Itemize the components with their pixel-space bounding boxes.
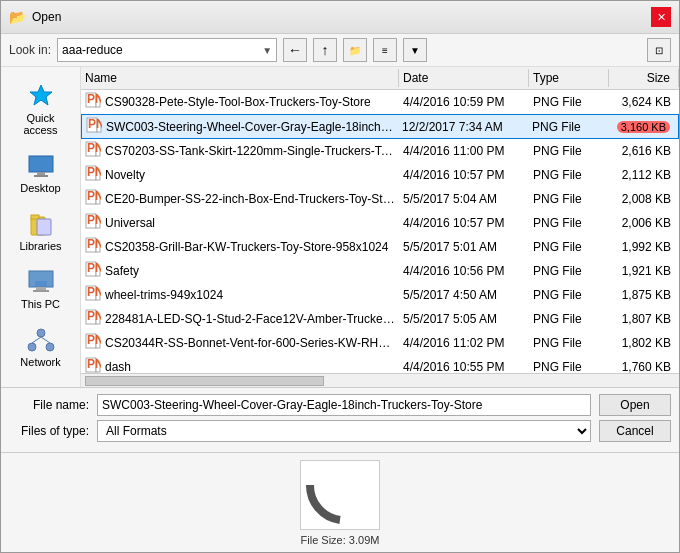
look-in-dropdown[interactable]: aaa-reduce ▼	[57, 38, 277, 62]
table-row[interactable]: PNG wheel-trims-949x10245/5/2017 4:50 AM…	[81, 283, 679, 307]
file-cell-date: 4/4/2016 10:55 PM	[399, 359, 529, 374]
col-name-header[interactable]: Name	[81, 69, 399, 87]
file-cell-date: 5/5/2017 5:04 AM	[399, 191, 529, 207]
sidebar-network-label: Network	[20, 356, 60, 368]
col-date-header[interactable]: Date	[399, 69, 529, 87]
file-cell-size: 2,112 KB	[609, 167, 679, 183]
new-folder-button[interactable]: 📁	[343, 38, 367, 62]
sidebar-pc-label: This PC	[21, 298, 60, 310]
file-cell-name: PNG dash	[81, 356, 399, 373]
dialog-title: Open	[32, 10, 61, 24]
file-cell-date: 4/4/2016 10:56 PM	[399, 263, 529, 279]
file-cell-size: 1,807 KB	[609, 311, 679, 327]
preview-image	[300, 460, 380, 530]
sidebar-item-quick-access[interactable]: Quick access	[6, 75, 76, 141]
look-in-label: Look in:	[9, 43, 51, 57]
up-button[interactable]: ↑	[313, 38, 337, 62]
file-cell-date: 4/4/2016 10:59 PM	[399, 94, 529, 110]
views-dropdown-button[interactable]: ▼	[403, 38, 427, 62]
back-button[interactable]: ←	[283, 38, 307, 62]
table-row[interactable]: PNG Universal4/4/2016 10:57 PMPNG File2,…	[81, 211, 679, 235]
file-cell-size: 1,802 KB	[609, 335, 679, 351]
file-cell-type: PNG File	[529, 287, 609, 303]
col-size-header[interactable]: Size	[609, 69, 679, 87]
table-row[interactable]: PNG dash4/4/2016 10:55 PMPNG File1,760 K…	[81, 355, 679, 373]
sidebar-desktop-label: Desktop	[20, 182, 60, 194]
png-file-icon: PNG	[85, 261, 101, 280]
sidebar-libraries-label: Libraries	[19, 240, 61, 252]
file-list[interactable]: PNG CS90328-Pete-Style-Tool-Box-Truckers…	[81, 90, 679, 373]
file-name-row: File name: Open	[9, 394, 671, 416]
svg-text:PNG: PNG	[88, 117, 102, 131]
file-cell-type: PNG File	[529, 167, 609, 183]
file-cell-name: PNG Novelty	[81, 164, 399, 185]
table-row[interactable]: PNG Safety4/4/2016 10:56 PMPNG File1,921…	[81, 259, 679, 283]
file-cell-name: PNG CE20-Bumper-SS-22-inch-Box-End-Truck…	[81, 188, 399, 209]
files-of-type-row: Files of type: All Formats Cancel	[9, 420, 671, 442]
table-row[interactable]: PNG Novelty4/4/2016 10:57 PMPNG File2,11…	[81, 163, 679, 187]
svg-text:PNG: PNG	[87, 92, 101, 106]
file-cell-size: 2,616 KB	[609, 143, 679, 159]
png-file-icon: PNG	[85, 141, 101, 160]
png-file-icon: PNG	[85, 333, 101, 352]
table-row[interactable]: PNG SWC003-Steering-Wheel-Cover-Gray-Eag…	[81, 114, 679, 139]
file-cell-name: PNG SWC003-Steering-Wheel-Cover-Gray-Eag…	[82, 116, 398, 137]
png-file-icon: PNG	[85, 213, 101, 232]
file-name-text: CS20344R-SS-Bonnet-Vent-for-600-Series-K…	[105, 336, 395, 350]
svg-line-17	[41, 337, 50, 343]
file-cell-size: 1,992 KB	[609, 239, 679, 255]
sidebar-item-network[interactable]: Network	[6, 319, 76, 373]
file-cell-name: PNG CS20344R-SS-Bonnet-Vent-for-600-Seri…	[81, 332, 399, 353]
svg-text:PNG: PNG	[87, 333, 101, 347]
svg-point-13	[37, 329, 45, 337]
table-row[interactable]: PNG CS90328-Pete-Style-Tool-Box-Truckers…	[81, 90, 679, 114]
table-row[interactable]: PNG CS70203-SS-Tank-Skirt-1220mm-Single-…	[81, 139, 679, 163]
file-name-input[interactable]	[97, 394, 591, 416]
file-cell-type: PNG File	[529, 239, 609, 255]
toolbar: Look in: aaa-reduce ▼ ← ↑ 📁 ≡ ▼ ⊡	[1, 34, 679, 67]
file-name-text: CS90328-Pete-Style-Tool-Box-Truckers-Toy…	[105, 95, 371, 109]
svg-text:PNG: PNG	[87, 261, 101, 275]
file-name-label: File name:	[9, 398, 89, 412]
close-button[interactable]: ✕	[651, 7, 671, 27]
file-cell-name: PNG 228481A-LED-SQ-1-Stud-2-Face12V-Ambe…	[81, 308, 399, 329]
sidebar-quick-access-label: Quick access	[9, 112, 73, 136]
file-cell-type: PNG File	[529, 191, 609, 207]
file-cell-date: 5/5/2017 5:01 AM	[399, 239, 529, 255]
file-list-header: Name Date Type Size	[81, 67, 679, 90]
table-row[interactable]: PNG 228481A-LED-SQ-1-Stud-2-Face12V-Ambe…	[81, 307, 679, 331]
png-file-icon: PNG	[85, 237, 101, 256]
libraries-icon	[25, 208, 57, 240]
table-row[interactable]: PNG CE20-Bumper-SS-22-inch-Box-End-Truck…	[81, 187, 679, 211]
open-button[interactable]: Open	[599, 394, 671, 416]
table-row[interactable]: PNG CS20344R-SS-Bonnet-Vent-for-600-Seri…	[81, 331, 679, 355]
svg-rect-10	[36, 287, 46, 290]
file-name-text: Safety	[105, 264, 139, 278]
file-name-text: 228481A-LED-SQ-1-Stud-2-Face12V-Amber-Tr…	[105, 312, 395, 326]
horizontal-scrollbar[interactable]	[81, 373, 679, 387]
sidebar-item-this-pc[interactable]: This PC	[6, 261, 76, 315]
files-of-type-select[interactable]: All Formats	[97, 420, 591, 442]
col-type-header[interactable]: Type	[529, 69, 609, 87]
sidebar-item-libraries[interactable]: Libraries	[6, 203, 76, 257]
png-file-icon: PNG	[85, 309, 101, 328]
file-cell-size: 1,921 KB	[609, 263, 679, 279]
file-cell-type: PNG File	[529, 359, 609, 374]
cancel-button[interactable]: Cancel	[599, 420, 671, 442]
svg-rect-4	[34, 175, 48, 177]
title-bar: 📂 Open ✕	[1, 1, 679, 34]
size-highlight-badge: 3,160 KB	[617, 121, 670, 133]
sidebar-item-desktop[interactable]: Desktop	[6, 145, 76, 199]
file-cell-date: 4/4/2016 10:57 PM	[399, 167, 529, 183]
svg-text:PNG: PNG	[87, 165, 101, 179]
svg-text:PNG: PNG	[87, 141, 101, 155]
bottom-area: File name: Open Files of type: All Forma…	[1, 387, 679, 452]
sidebar: Quick access Desktop	[1, 67, 81, 387]
views-button[interactable]: ≡	[373, 38, 397, 62]
table-row[interactable]: PNG CS20358-Grill-Bar-KW-Truckers-Toy-St…	[81, 235, 679, 259]
png-file-icon: PNG	[85, 285, 101, 304]
file-cell-name: PNG Safety	[81, 260, 399, 281]
file-cell-date: 12/2/2017 7:34 AM	[398, 119, 528, 135]
file-name-text: dash	[105, 360, 131, 374]
collapse-button[interactable]: ⊡	[647, 38, 671, 62]
